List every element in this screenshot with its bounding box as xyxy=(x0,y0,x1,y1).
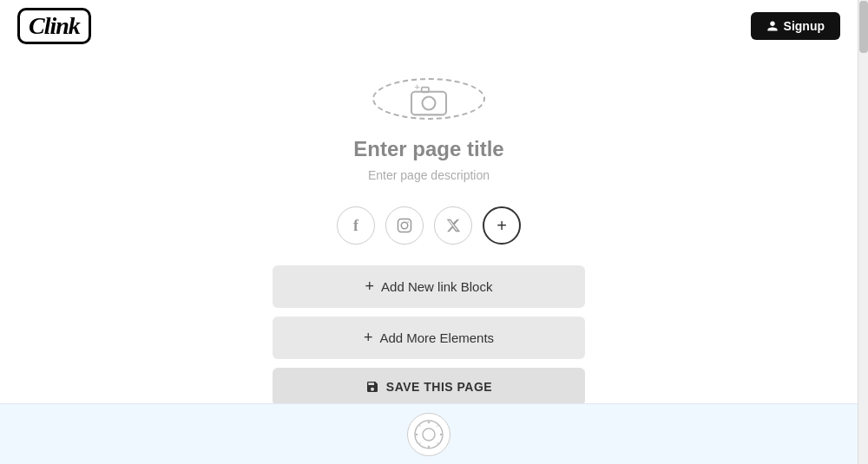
svg-point-6 xyxy=(407,221,409,223)
main-content: + Enter page title Enter page descriptio… xyxy=(0,52,858,412)
svg-point-2 xyxy=(423,97,436,110)
add-icon: + xyxy=(496,216,507,236)
user-icon xyxy=(766,20,779,32)
scrollbar-thumb[interactable] xyxy=(859,1,868,53)
svg-point-16 xyxy=(419,425,421,427)
svg-point-5 xyxy=(401,222,408,229)
save-page-label: SAVE THIS PAGE xyxy=(386,380,492,394)
footer xyxy=(0,403,858,464)
camera-icon: + xyxy=(407,80,450,118)
add-link-block-label: Add New link Block xyxy=(381,279,492,294)
instagram-icon xyxy=(397,218,412,233)
donut-svg xyxy=(413,419,444,450)
logo: Clink xyxy=(17,8,91,44)
svg-text:+: + xyxy=(414,81,420,92)
instagram-icon-button[interactable] xyxy=(385,206,424,245)
svg-point-9 xyxy=(428,421,430,422)
add-link-block-button[interactable]: + Add New link Block xyxy=(273,265,585,308)
page-description-placeholder[interactable]: Enter page description xyxy=(368,168,490,182)
add-elements-plus-icon: + xyxy=(364,329,373,347)
social-icons-row: + xyxy=(337,206,521,245)
donut-icon[interactable] xyxy=(407,413,450,456)
svg-point-15 xyxy=(416,433,418,435)
scrollbar[interactable] xyxy=(858,0,868,464)
add-link-plus-icon: + xyxy=(365,278,375,296)
svg-point-14 xyxy=(419,442,421,444)
svg-point-8 xyxy=(423,428,435,441)
camera-svg: + xyxy=(407,80,450,118)
twitter-icon-button[interactable] xyxy=(434,206,472,245)
add-elements-button[interactable]: + Add More Elements xyxy=(273,317,585,359)
page-title-placeholder[interactable]: Enter page title xyxy=(353,137,503,161)
twitter-icon xyxy=(445,218,461,233)
save-page-button[interactable]: SAVE THIS PAGE xyxy=(273,368,585,406)
svg-point-13 xyxy=(428,445,430,447)
svg-point-11 xyxy=(440,433,442,435)
facebook-icon xyxy=(353,217,358,235)
add-social-button[interactable]: + xyxy=(483,206,521,245)
signup-button[interactable]: Signup xyxy=(751,12,840,40)
facebook-icon-button[interactable] xyxy=(337,206,375,245)
add-elements-label: Add More Elements xyxy=(379,330,494,345)
signup-label: Signup xyxy=(784,19,825,33)
save-icon xyxy=(365,380,379,394)
svg-rect-1 xyxy=(411,92,446,115)
svg-point-10 xyxy=(437,425,438,427)
svg-point-12 xyxy=(437,442,438,444)
header: Clink Signup xyxy=(0,0,858,52)
svg-rect-4 xyxy=(398,219,411,232)
avatar-upload[interactable]: + xyxy=(372,78,485,120)
